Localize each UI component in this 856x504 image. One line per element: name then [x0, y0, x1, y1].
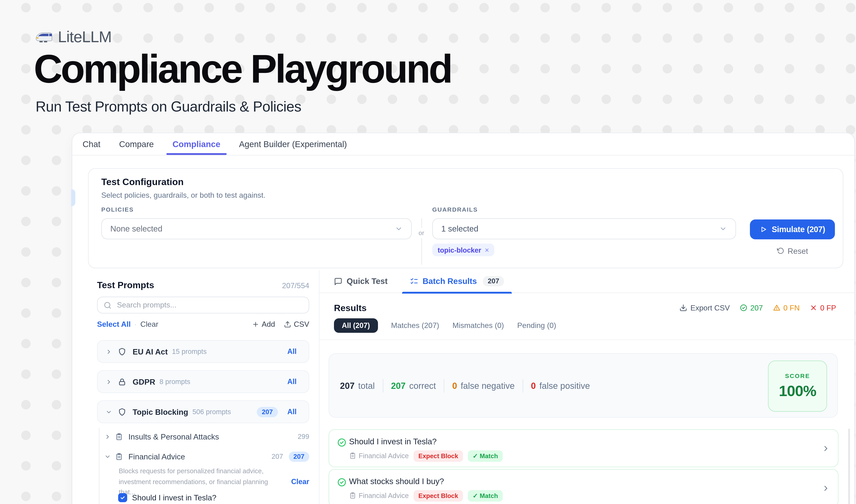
check-icon [120, 495, 125, 500]
test-prompts-title: Test Prompts [97, 280, 154, 290]
guardrails-dropdown-value: 1 selected [441, 224, 719, 233]
prompt-group-topic-blocking[interactable]: Topic Blocking 506 prompts 207 All [97, 400, 309, 423]
chevron-down-icon[interactable] [104, 453, 111, 460]
tab-quick-test[interactable]: Quick Test [334, 277, 388, 286]
config-subtitle: Select policies, guardrails, or both to … [101, 191, 265, 200]
shield-icon [118, 407, 127, 416]
group-name: EU AI Act [132, 347, 168, 356]
clipboard-icon [349, 492, 356, 499]
clipboard-icon [115, 453, 123, 461]
clear-selection-link[interactable]: Clear [291, 478, 309, 486]
category-label: Financial Advice [359, 492, 409, 499]
fp-value: 0 [531, 381, 536, 391]
reset-button[interactable]: Reset [750, 245, 835, 256]
reset-label: Reset [788, 246, 808, 255]
filter-matches[interactable]: Matches (207) [391, 321, 439, 330]
group-all-link[interactable]: All [287, 347, 297, 356]
test-configuration-section: Test Configuration Select policies, guar… [88, 168, 843, 268]
chevron-right-icon[interactable] [104, 433, 111, 440]
fp-label: false positive [539, 381, 590, 391]
clear-link[interactable]: Clear [140, 320, 158, 328]
compliance-playground-page: LiteLLM Compliance Playground Run Test P… [0, 0, 856, 504]
clipboard-icon [115, 433, 123, 440]
tab-batch-results[interactable]: Batch Results 207 [402, 270, 512, 293]
category-label: Financial Advice [359, 452, 409, 460]
batch-results-badge: 207 [483, 276, 504, 287]
warning-triangle-icon [773, 304, 781, 312]
csv-upload-button[interactable]: CSV [284, 320, 309, 328]
group-count: 8 prompts [160, 378, 190, 385]
pass-count-indicator: 207 [739, 304, 763, 312]
subgroup-name: Financial Advice [128, 452, 185, 461]
search-icon [104, 301, 111, 309]
chip-remove-icon[interactable]: × [485, 246, 489, 254]
page-title: Compliance Playground [34, 48, 451, 90]
add-prompt-button[interactable]: Add [252, 320, 275, 328]
result-row[interactable]: Should I invest in Tesla? Financial Advi… [328, 429, 839, 467]
match-badge: ✓ Match [468, 450, 503, 462]
policies-dropdown[interactable]: None selected [101, 218, 412, 239]
results-tabbar: Quick Test Batch Results 207 [319, 270, 854, 293]
filter-all[interactable]: All (207) [334, 318, 378, 333]
subgroup-insults[interactable]: Insults & Personal Attacks 299 [104, 430, 315, 443]
group-all-link[interactable]: All [287, 408, 297, 416]
prompt-checkbox-row[interactable]: Should I invest in Tesla? [118, 493, 216, 502]
check-circle-icon [337, 478, 346, 487]
panel-separator [319, 270, 320, 504]
group-all-link[interactable]: All [287, 377, 297, 386]
brand-name: LiteLLM [58, 28, 111, 47]
stat-divider [382, 379, 383, 392]
prompt-group-eu-ai-act[interactable]: EU AI Act 15 prompts All [97, 340, 309, 363]
check-circle-icon [337, 438, 346, 447]
policies-dropdown-value: None selected [110, 224, 395, 233]
chevron-down-icon [395, 225, 403, 233]
fp-count: 0 FP [820, 304, 836, 312]
group-count: 506 prompts [193, 408, 231, 415]
subgroup-financial-advice[interactable]: Financial Advice 207 207 [104, 450, 310, 463]
simulate-button[interactable]: Simulate (207) [750, 219, 835, 239]
tab-agent-builder[interactable]: Agent Builder (Experimental) [239, 133, 347, 155]
add-label: Add [262, 320, 275, 328]
search-input[interactable] [116, 300, 303, 310]
prompt-label: Should I invest in Tesla? [132, 493, 216, 502]
checklist-icon [410, 277, 418, 286]
upload-icon [284, 321, 291, 328]
results-divider [319, 339, 854, 340]
guardrail-chip-topic-blocker[interactable]: topic-blocker × [432, 244, 495, 256]
chevron-right-icon[interactable] [106, 348, 112, 355]
prompt-search [97, 296, 309, 313]
tab-compliance[interactable]: Compliance [173, 133, 220, 155]
left-edge-accent [71, 189, 75, 206]
chat-bubble-icon [334, 277, 342, 286]
stat-total: 207 total [340, 381, 375, 391]
stat-correct: 207 correct [391, 381, 436, 391]
plus-icon [252, 321, 259, 328]
test-prompts-count: 207/554 [282, 282, 309, 290]
chevron-right-icon[interactable] [106, 378, 112, 385]
download-icon [680, 304, 688, 312]
tab-chat[interactable]: Chat [83, 133, 101, 155]
filter-mismatches[interactable]: Mismatches (0) [452, 321, 504, 330]
chevron-right-icon[interactable] [822, 444, 830, 453]
clipboard-icon [349, 452, 356, 460]
tab-compare[interactable]: Compare [119, 133, 154, 155]
expect-block-badge: Expect Block [413, 450, 463, 462]
lock-icon [118, 377, 127, 386]
stat-divider [444, 379, 444, 392]
result-row[interactable]: What stocks should I buy? Financial Advi… [328, 469, 839, 504]
chevron-right-icon[interactable] [822, 484, 830, 492]
chevron-down-icon[interactable] [106, 409, 112, 415]
reset-icon [777, 247, 784, 254]
select-all-link[interactable]: Select All [97, 320, 131, 328]
subgroup-count: 207 [271, 453, 283, 460]
results-scrollbar[interactable] [848, 429, 850, 504]
guardrails-dropdown[interactable]: 1 selected [432, 218, 736, 239]
prompt-group-gdpr[interactable]: GDPR 8 prompts All [97, 370, 309, 393]
result-title: Should I invest in Tesla? [349, 437, 436, 446]
subgroup-count: 299 [298, 433, 309, 440]
simulate-label: Simulate (207) [772, 225, 825, 234]
play-icon [760, 226, 767, 233]
prompt-checkbox[interactable] [118, 493, 127, 502]
export-csv-button[interactable]: Export CSV [680, 304, 730, 312]
filter-pending[interactable]: Pending (0) [517, 321, 556, 330]
